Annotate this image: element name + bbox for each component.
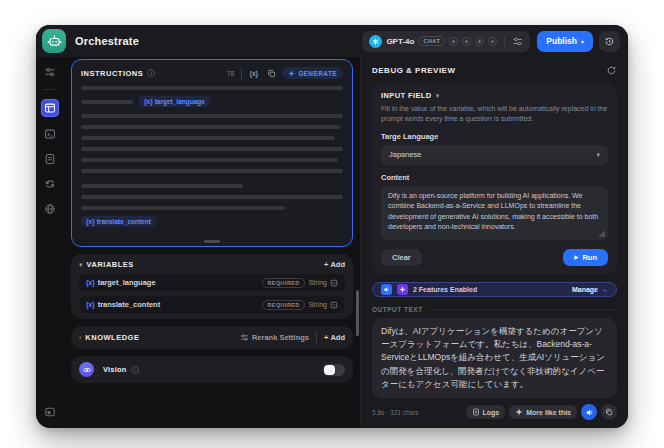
vision-eye-icon [79,362,94,377]
plus-icon: + [324,260,328,269]
knowledge-title: KNOWLEDGE [85,333,139,342]
speaker-icon [585,408,594,417]
speaker-button[interactable] [581,404,597,420]
variable-type: String [309,301,327,308]
chevron-down-icon[interactable]: ▾ [79,261,83,268]
content-textarea[interactable]: Dify is an open-source platform for buil… [381,186,608,240]
knowledge-section: › KNOWLEDGE Rerank Settings + [71,326,353,349]
output-text-title: OUTPUT TEXT [372,306,423,313]
left-icon-sidebar [36,57,64,428]
resize-grip-icon[interactable] [599,231,605,237]
divider [43,89,57,90]
model-params-icon[interactable] [512,36,523,47]
variable-chip[interactable]: {x}target_language [139,96,210,107]
vision-section: Vision i [71,356,353,383]
sidebar-item-sync-icon[interactable] [42,176,58,192]
debug-preview-panel: DEBUG & PREVIEW INPUT FIELD ▾ [360,57,628,428]
redacted-text-line [81,195,343,199]
rerank-settings-button[interactable]: Rerank Settings [240,333,309,342]
instructions-editor[interactable]: INSTRUCTIONS i 78 {x} [71,59,353,247]
generate-button[interactable]: GENERATE [282,67,343,79]
divider [316,332,317,343]
restart-icon[interactable] [606,65,617,76]
window-body: INSTRUCTIONS i 78 {x} [36,57,628,428]
copy-icon[interactable] [267,69,276,78]
input-field-title: INPUT FIELD [381,91,432,100]
token-count: 78 [227,70,235,77]
vision-toggle[interactable] [323,364,345,376]
resize-handle[interactable] [204,240,220,243]
orchestrate-column: INSTRUCTIONS i 78 {x} [64,57,360,428]
clear-button[interactable]: Clear [381,249,422,266]
text-to-speech-feature-icon [381,284,392,295]
target-language-select[interactable]: Japanese ▾ [381,145,608,165]
logs-icon [472,408,480,416]
model-name: GPT-4o [386,37,414,46]
chevron-down-icon: ▾ [581,38,584,45]
vision-label: Vision [103,365,127,374]
variables-section: ▾ VARIABLES + Add {x} target_language RE… [71,254,353,319]
model-capability-icon [449,37,458,46]
sidebar-item-prompt-log[interactable] [42,126,58,142]
content-label: Content [381,173,608,182]
redacted-text-line [81,125,340,129]
debug-preview-title: DEBUG & PREVIEW [372,66,456,75]
copy-output-button[interactable] [601,404,617,420]
redacted-text-line [81,86,343,90]
arrow-right-icon: → [601,286,608,293]
publish-button[interactable]: Publish ▾ [537,31,593,52]
variable-row[interactable]: {x} target_language REQUIRED String [79,274,345,291]
divider [504,36,505,47]
app-logo[interactable] [42,29,66,53]
more-like-this-button[interactable]: More like this [509,405,577,419]
insert-variable-icon[interactable]: {x} [249,70,258,77]
redacted-text-line [81,184,243,188]
redacted-text-line [81,100,133,104]
variable-row[interactable]: {x} translate_content REQUIRED String [79,296,345,313]
output-text: Difyは、AIアプリケーションを構築するためのオープンソースプラットフォームで… [381,325,608,391]
run-button[interactable]: ▶ Run [563,249,608,266]
page-background: Orchestrate GPT-4o CHAT [0,0,664,448]
features-enabled-bar[interactable]: 2 Features Enabled Manage → [372,282,617,298]
history-icon [604,36,615,47]
sidebar-item-logs[interactable] [42,151,58,167]
manage-features-button[interactable]: Manage → [572,286,608,293]
instructions-title: INSTRUCTIONS [81,69,143,78]
variable-type: String [309,279,327,286]
info-icon: i [147,69,155,77]
add-variable-button[interactable]: + Add [324,260,345,269]
variables-title: VARIABLES [87,260,134,269]
logs-button[interactable]: Logs [466,405,506,419]
redacted-text-line [81,136,335,140]
required-badge: REQUIRED [262,300,304,310]
input-field-card: INPUT FIELD ▾ Fill in the value of the v… [372,83,617,274]
plus-icon: + [324,333,328,342]
scrollbar-thumb[interactable] [356,290,359,336]
model-capability-icon [462,37,471,46]
version-history-button[interactable] [599,31,620,52]
redacted-text-line [81,206,285,210]
model-selector[interactable]: GPT-4o CHAT [362,31,530,52]
sidebar-item-orchestrate[interactable] [41,99,59,117]
required-badge: REQUIRED [262,278,304,288]
chevron-down-icon[interactable]: ▾ [436,92,440,99]
add-knowledge-button[interactable]: + Add [324,333,345,342]
tune-icon[interactable] [42,64,58,80]
info-icon: i [131,366,139,374]
input-field-description: Fill in the value of the variable, which… [381,104,608,124]
collapse-panel-icon[interactable] [42,404,58,420]
model-capability-icon [475,37,484,46]
chevron-right-icon[interactable]: › [79,334,81,341]
robot-icon [47,34,62,49]
app-window: Orchestrate GPT-4o CHAT [36,25,628,428]
variable-chip[interactable]: {x}translate_content [81,216,156,227]
more-like-this-feature-icon [397,284,408,295]
divider [241,68,242,79]
features-enabled-label: 2 Features Enabled [413,286,477,293]
copy-icon [605,408,613,416]
sidebar-item-explore-icon[interactable] [42,201,58,217]
top-bar: Orchestrate GPT-4o CHAT [36,25,628,57]
edit-type-icon [330,279,338,287]
sparkle-icon [288,70,295,77]
target-language-label: Targe Language [381,132,608,141]
